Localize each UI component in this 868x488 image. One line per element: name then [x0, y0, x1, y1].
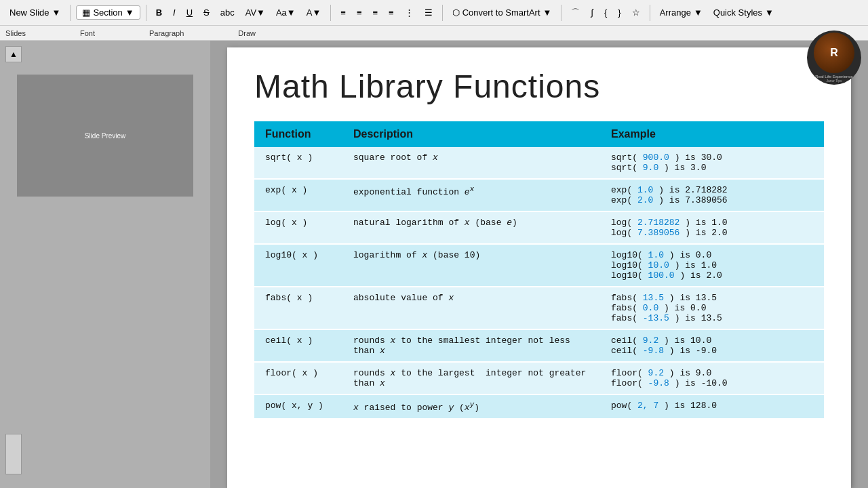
quick-styles-label: Quick Styles [713, 7, 762, 18]
fn-pow: pow( x, y ) [254, 394, 342, 419]
section-label: Section [93, 7, 122, 18]
header-description: Description [342, 121, 600, 147]
divider-4 [442, 5, 443, 21]
table-row: log( x ) natural logarithm of x (base e)… [254, 211, 824, 244]
left-sidebar: ▲ Slide Preview [0, 41, 210, 488]
bracket2-button[interactable]: } [614, 6, 625, 19]
desc-floor: rounds x to the largest integer not grea… [342, 362, 600, 394]
table-row: sqrt( x ) square root of x sqrt( 900.0 )… [254, 147, 824, 179]
dropdown-icon: ▼ [52, 7, 61, 18]
thumbnail-placeholder: Slide Preview [85, 132, 126, 140]
bold-label: B [156, 7, 162, 18]
fn-ceil: ceil( x ) [254, 329, 342, 362]
desc-fabs: absolute value of x [342, 287, 600, 329]
slides-label: Slides [5, 29, 26, 37]
example-sqrt: sqrt( 900.0 ) is 30.0 sqrt( 9.0 ) is 3.0 [600, 147, 824, 179]
quick-styles-dropdown-icon: ▼ [765, 7, 774, 18]
shape-tools2-button[interactable]: ∫ [587, 6, 597, 19]
toolbar: New Slide ▼ ▦ Section ▼ B I U S abc AV▼ … [0, 0, 868, 26]
divider-5 [561, 5, 561, 21]
arrange-label: Arrange [660, 7, 691, 18]
slide: Math Library Functions Function Descript… [227, 47, 851, 488]
new-slide-label: New Slide [9, 7, 50, 18]
desc-exp: exponential function ex [342, 179, 600, 211]
divider-2 [146, 5, 146, 21]
strikethrough-label: S [203, 7, 210, 18]
main-area: ▲ Slide Preview Math Library Functions F… [0, 41, 868, 488]
text-shadow-button[interactable]: abc [216, 6, 239, 19]
table-row: exp( x ) exponential function ex exp( 1.… [254, 179, 824, 211]
italic-label: I [173, 7, 176, 18]
header-example: Example [600, 121, 824, 147]
example-fabs: fabs( 13.5 ) is 13.5 fabs( 0.0 ) is 0.0 … [600, 287, 824, 329]
example-log: log( 2.718282 ) is 1.0 log( 7.389056 ) i… [600, 211, 824, 244]
sidebar-scroll-bar[interactable] [5, 434, 22, 474]
fn-log10: log10( x ) [254, 244, 342, 287]
section-dropdown-icon: ▼ [125, 7, 134, 18]
underline-button[interactable]: U [182, 6, 197, 19]
table-row: fabs( x ) absolute value of x fabs( 13.5… [254, 287, 824, 329]
fn-fabs: fabs( x ) [254, 287, 342, 329]
divider-1 [70, 5, 71, 21]
align-right-button[interactable]: ≡ [368, 6, 382, 19]
divider-6 [650, 5, 650, 21]
table-row: pow( x, y ) x raised to power y (xy) pow… [254, 394, 824, 419]
fn-floor: floor( x ) [254, 362, 342, 394]
section-button[interactable]: ▦ Section ▼ [76, 5, 140, 20]
new-slide-button[interactable]: New Slide ▼ [5, 6, 64, 19]
italic-button[interactable]: I [169, 6, 180, 19]
font-color-button[interactable]: A▼ [302, 6, 326, 19]
convert-smartart-button[interactable]: ⬡ Convert to SmartArt ▼ [448, 6, 556, 19]
quick-styles-button[interactable]: Quick Styles ▼ [709, 6, 778, 19]
example-floor: floor( 9.2 ) is 9.0 floor( -9.8 ) is -10… [600, 362, 824, 394]
table-row: ceil( x ) rounds x to the smallest integ… [254, 329, 824, 362]
math-table: Function Description Example sqrt( x ) s… [254, 121, 824, 420]
desc-pow: x raised to power y (xy) [342, 394, 600, 419]
drawing-label: Draw [238, 29, 256, 37]
desc-ceil: rounds x to the smallest integer not les… [342, 329, 600, 362]
strikethrough-button[interactable]: S [199, 6, 214, 19]
font-size-button[interactable]: Aa▼ [272, 6, 300, 19]
header-function: Function [254, 121, 342, 147]
slide-title: Math Library Functions [254, 68, 824, 105]
align-left-button[interactable]: ≡ [336, 6, 350, 19]
table-row: floor( x ) rounds x to the largest integ… [254, 362, 824, 394]
label-row: Slides Font Paragraph Draw [0, 26, 868, 41]
bracket-button[interactable]: { [600, 6, 611, 19]
example-exp: exp( 1.0 ) is 2.718282 exp( 2.0 ) is 7.3… [600, 179, 824, 211]
shape-tools-button[interactable]: ⌒ [567, 5, 584, 20]
divider-3 [330, 5, 331, 21]
logo-r-letter: R [830, 47, 838, 59]
font-label: Font [80, 29, 95, 37]
star-button[interactable]: ☆ [628, 6, 644, 19]
logo-content: R Real Life Experience Janur Tips [814, 33, 854, 83]
example-log10: log10( 1.0 ) is 0.0 log10( 10.0 ) is 1.0… [600, 244, 824, 287]
example-ceil: ceil( 9.2 ) is 10.0 ceil( -9.8 ) is -9.0 [600, 329, 824, 362]
align-center-button[interactable]: ≡ [353, 6, 366, 19]
desc-log: natural logarithm of x (base e) [342, 211, 600, 244]
logo-circle: R [814, 33, 854, 73]
convert-smartart-icon: ⬡ [452, 7, 460, 18]
content-area: Math Library Functions Function Descript… [210, 41, 868, 488]
columns-button[interactable]: ⋮ [401, 6, 418, 19]
desc-log10: logarithm of x (base 10) [342, 244, 600, 287]
sidebar-scroll-up-button[interactable]: ▲ [5, 46, 22, 62]
fn-exp: exp( x ) [254, 179, 342, 211]
example-pow: pow( 2, 7 ) is 128.0 [600, 394, 824, 419]
fn-log: log( x ) [254, 211, 342, 244]
table-header-row: Function Description Example [254, 121, 824, 147]
section-icon: ▦ [82, 7, 90, 18]
justify-button[interactable]: ≡ [384, 6, 398, 19]
char-spacing-button[interactable]: AV▼ [241, 6, 269, 19]
bold-button[interactable]: B [152, 6, 166, 19]
paragraph-label: Paragraph [149, 29, 184, 37]
table-row: log10( x ) logarithm of x (base 10) log1… [254, 244, 824, 287]
slide-thumbnail[interactable]: Slide Preview [17, 75, 193, 197]
logo-watermark: R Real Life Experience Janur Tips [807, 30, 861, 85]
fn-sqrt: sqrt( x ) [254, 147, 342, 179]
list-button[interactable]: ☰ [420, 6, 437, 19]
convert-dropdown-icon: ▼ [543, 7, 552, 18]
arrange-button[interactable]: Arrange ▼ [656, 6, 707, 19]
convert-smartart-label: Convert to SmartArt [462, 7, 540, 18]
arrange-dropdown-icon: ▼ [694, 7, 703, 18]
